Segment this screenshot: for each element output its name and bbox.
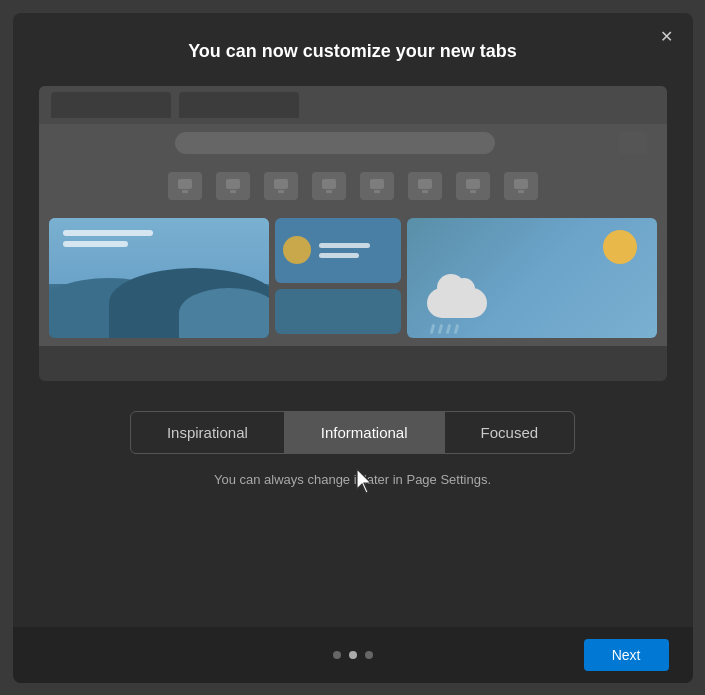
rain-drop-4 <box>453 323 458 333</box>
info-line-2 <box>319 253 360 258</box>
svg-rect-12 <box>466 179 480 189</box>
svg-rect-14 <box>514 179 528 189</box>
address-bar <box>175 132 495 154</box>
close-button[interactable]: ✕ <box>655 25 679 49</box>
svg-rect-1 <box>182 190 188 193</box>
dot-1 <box>333 651 341 659</box>
info-lines <box>319 243 393 258</box>
info-line-1 <box>319 243 371 248</box>
svg-rect-6 <box>322 179 336 189</box>
quick-link-4 <box>312 172 346 200</box>
quick-link-icon-3 <box>264 172 298 200</box>
quick-link-icon-7 <box>456 172 490 200</box>
quick-link-6 <box>408 172 442 200</box>
dot-2 <box>349 651 357 659</box>
cloud-body <box>427 288 487 318</box>
svg-rect-8 <box>370 179 384 189</box>
info-circle-icon <box>283 236 311 264</box>
browser-tab-2 <box>179 92 299 118</box>
svg-rect-5 <box>278 190 284 193</box>
svg-rect-7 <box>326 190 332 193</box>
tab-options: Inspirational Informational Focused <box>130 411 575 454</box>
settings-subtitle: You can always change it later in Page S… <box>214 472 491 487</box>
svg-rect-0 <box>178 179 192 189</box>
quick-link-3 <box>264 172 298 200</box>
close-icon: ✕ <box>660 27 673 46</box>
cloud-puff-2 <box>453 278 475 300</box>
card-info-top <box>275 218 401 283</box>
landscape-hills <box>49 272 269 338</box>
progress-dots <box>333 651 373 659</box>
browser-tab <box>51 92 171 118</box>
customize-dialog: ✕ You can now customize your new tabs <box>13 13 693 683</box>
quick-links-row <box>39 162 667 210</box>
quick-link-icon-4 <box>312 172 346 200</box>
preview-container <box>39 86 667 381</box>
landscape-text-lines <box>63 230 153 247</box>
rain-drop-3 <box>445 323 450 333</box>
hill-3 <box>179 288 269 338</box>
bottom-bar: Next <box>13 627 693 683</box>
card-focused <box>407 218 657 338</box>
landscape-line-2 <box>63 241 128 247</box>
sun-icon <box>603 230 637 264</box>
svg-rect-11 <box>422 190 428 193</box>
card-informational <box>275 218 401 338</box>
svg-rect-3 <box>230 190 236 193</box>
cards-row <box>39 210 667 346</box>
browser-chrome <box>39 86 667 124</box>
svg-rect-4 <box>274 179 288 189</box>
tab-inspirational[interactable]: Inspirational <box>131 412 285 453</box>
landscape-line-1 <box>63 230 153 236</box>
cloud-icon <box>427 288 487 318</box>
next-button[interactable]: Next <box>584 639 669 671</box>
quick-link-2 <box>216 172 250 200</box>
rain-drops <box>431 324 458 334</box>
svg-rect-9 <box>374 190 380 193</box>
quick-link-icon-5 <box>360 172 394 200</box>
rain-drop-1 <box>429 323 434 333</box>
svg-rect-15 <box>518 190 524 193</box>
dialog-title: You can now customize your new tabs <box>188 41 517 62</box>
card-inspirational <box>49 218 269 338</box>
quick-link-5 <box>360 172 394 200</box>
tab-focused[interactable]: Focused <box>445 412 575 453</box>
svg-rect-10 <box>418 179 432 189</box>
quick-link-icon-6 <box>408 172 442 200</box>
card-info-bottom <box>275 289 401 334</box>
quick-link-7 <box>456 172 490 200</box>
svg-rect-13 <box>470 190 476 193</box>
quick-link-8 <box>504 172 538 200</box>
address-bar-row <box>39 124 667 162</box>
rain-drop-2 <box>437 323 442 333</box>
quick-link-icon-1 <box>168 172 202 200</box>
search-button-mock <box>619 132 647 154</box>
quick-link-icon-8 <box>504 172 538 200</box>
tab-informational[interactable]: Informational <box>285 412 445 453</box>
quick-link-1 <box>168 172 202 200</box>
svg-rect-2 <box>226 179 240 189</box>
quick-link-icon-2 <box>216 172 250 200</box>
dot-3 <box>365 651 373 659</box>
